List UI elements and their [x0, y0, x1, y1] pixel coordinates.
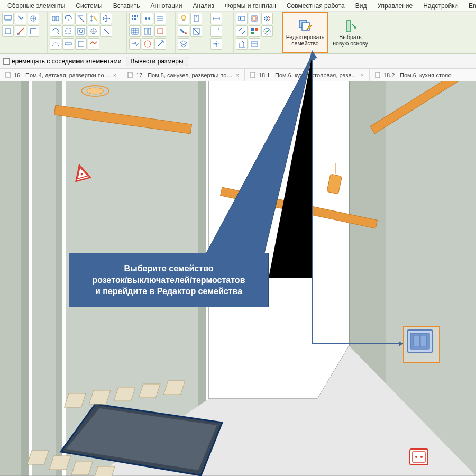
tool-icon[interactable] [75, 25, 87, 37]
tool-icon[interactable] [190, 25, 202, 37]
tool-icon[interactable] [190, 13, 202, 24]
tool-icon[interactable] [100, 25, 112, 37]
tool-icon[interactable] [75, 13, 87, 24]
edit-family-button[interactable]: Редактироватьсемейство [282, 12, 328, 53]
svg-point-63 [420, 456, 423, 458]
svg-rect-4 [56, 16, 59, 21]
tool-icon[interactable] [50, 13, 61, 24]
tool-icon[interactable] [129, 38, 141, 50]
tool-icon[interactable] [15, 13, 26, 24]
tool-icon[interactable] [2, 25, 14, 37]
tool-icon[interactable] [88, 13, 99, 24]
svg-point-14 [145, 17, 147, 20]
close-icon[interactable]: × [360, 72, 363, 78]
menu-item[interactable]: Анализ [188, 2, 220, 10]
tool-icon[interactable] [236, 38, 248, 50]
svg-rect-27 [240, 17, 241, 20]
menu-item[interactable]: Ensc [463, 2, 476, 10]
tool-icon[interactable] [154, 13, 166, 24]
svg-point-56 [87, 88, 104, 94]
tool-icon[interactable] [154, 38, 166, 50]
tool-icon[interactable] [142, 38, 153, 50]
svg-point-6 [79, 30, 83, 33]
tool-icon[interactable] [88, 38, 99, 50]
grid-icon[interactable] [129, 25, 141, 37]
menu-item[interactable]: Совместная работа [281, 2, 350, 10]
tool-icon[interactable] [15, 25, 26, 37]
checkbox-icon [3, 58, 10, 65]
svg-point-19 [144, 41, 151, 47]
pick-host-label-1: Выбрать [339, 34, 361, 40]
menu-item[interactable]: Управление [372, 2, 418, 10]
tool-icon[interactable] [236, 25, 248, 37]
tool-icon[interactable] [62, 38, 74, 50]
svg-rect-8 [65, 43, 71, 45]
tool-icon[interactable] [210, 25, 222, 37]
tool-icon[interactable] [154, 25, 166, 37]
tool-icon[interactable] [261, 13, 273, 24]
svg-point-20 [181, 15, 186, 20]
tool-icon[interactable] [75, 38, 87, 50]
document-icon [127, 72, 134, 78]
edit-family-icon [298, 19, 313, 33]
dim-icon[interactable] [210, 13, 222, 24]
tool-icon[interactable] [142, 25, 153, 37]
svg-rect-45 [21, 81, 29, 476]
svg-rect-0 [5, 15, 11, 20]
tool-icon[interactable] [142, 13, 153, 24]
callout-line: Выберите семейство [124, 264, 213, 273]
ribbon: Редактироватьсемейство Выбратьновую осно… [0, 12, 476, 54]
tool-icon[interactable] [88, 25, 99, 37]
menu-item[interactable]: Системы [70, 2, 107, 10]
move-with-adjacent-checkbox[interactable]: еремещать с соседними элементами [3, 58, 122, 65]
svg-rect-12 [132, 18, 133, 20]
view-tabs: 16 - Пом.4, детская, развертки по… × 17 … [0, 69, 476, 81]
menu-item[interactable]: Сборные элементы [2, 2, 70, 10]
callout-line: и перейдите в Редактор семейства [95, 287, 242, 296]
tool-icon[interactable] [249, 13, 260, 24]
menu-item[interactable]: Вид [350, 2, 372, 10]
menu-item[interactable]: Аннотации [145, 2, 188, 10]
svg-rect-46 [32, 81, 56, 476]
view-tab[interactable]: 18.2 - Пом.6, кухня-столо [370, 69, 457, 81]
paint-icon[interactable] [178, 25, 189, 37]
tool-icon[interactable] [178, 38, 189, 50]
menu-item[interactable]: Формы и генплан [219, 2, 281, 10]
document-icon [250, 72, 257, 78]
close-icon[interactable]: × [235, 72, 239, 78]
svg-rect-3 [52, 16, 55, 21]
tool-icon[interactable] [210, 38, 222, 50]
tool-icon[interactable] [62, 13, 74, 24]
menu-item[interactable]: Надстройки [418, 2, 463, 10]
tool-icon[interactable] [62, 25, 74, 37]
array-icon[interactable] [129, 13, 141, 24]
tool-icon[interactable] [249, 38, 260, 50]
view-tab[interactable]: 17 - Пом.5, санузел, развертки по… × [122, 69, 245, 81]
tool-icon[interactable] [28, 13, 39, 24]
move-icon[interactable] [100, 13, 112, 24]
menu-bar: Сборные элементы Системы Вставить Аннота… [0, 0, 476, 12]
view-tab[interactable]: 18.1 - Пом.6, кухня-столовая, разв… × [245, 69, 370, 81]
close-icon[interactable]: × [113, 72, 116, 78]
tool-icon[interactable] [261, 25, 273, 37]
tool-icon[interactable] [249, 25, 260, 37]
svg-rect-10 [134, 15, 136, 17]
tool-icon[interactable] [28, 25, 39, 37]
pick-new-host-button[interactable]: Выбратьновую основу [328, 12, 373, 53]
svg-rect-32 [251, 32, 254, 34]
view-tab[interactable]: 16 - Пом.4, детская, развертки по… × [0, 69, 122, 81]
bulb-icon[interactable] [178, 13, 189, 24]
svg-point-22 [196, 16, 197, 17]
instruction-callout: Выберите семейство розеток/выключателей/… [69, 253, 269, 307]
svg-rect-11 [137, 15, 138, 17]
tool-icon[interactable] [50, 38, 61, 50]
menu-item[interactable]: Вставить [108, 2, 145, 10]
svg-rect-31 [255, 28, 258, 31]
tool-icon[interactable] [236, 13, 248, 24]
selection-highlight [403, 326, 440, 363]
svg-point-62 [415, 456, 417, 458]
show-dimensions-button[interactable]: Вывести размеры [126, 57, 188, 66]
svg-rect-9 [132, 15, 133, 17]
rotate-icon[interactable] [50, 25, 61, 37]
tool-icon[interactable] [2, 13, 14, 24]
